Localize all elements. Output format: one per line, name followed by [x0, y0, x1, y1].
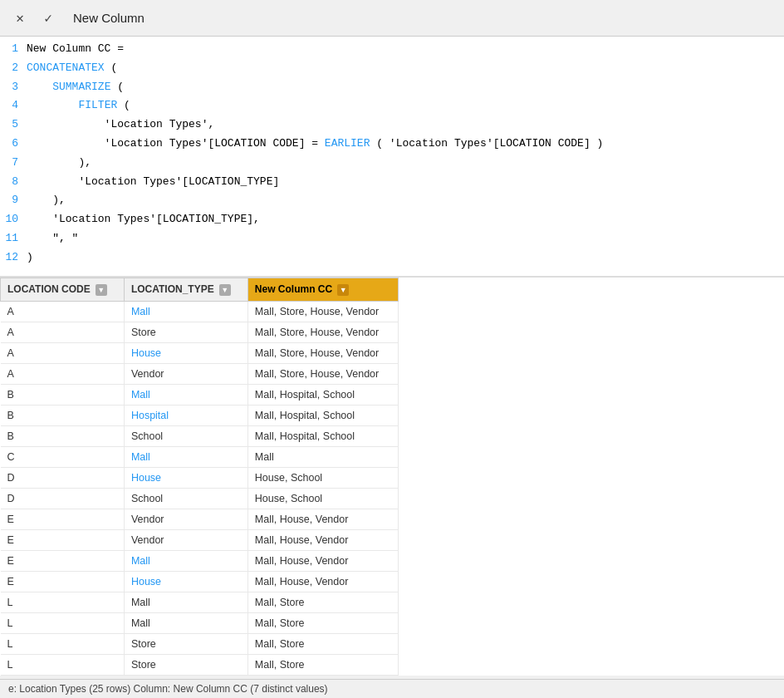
cell-loc-code: A [1, 342, 125, 363]
code-line-12: 12) [0, 248, 784, 268]
code-line-8: 8 'Location Types'[LOCATION_TYPE] [0, 173, 784, 192]
data-table: LOCATION CODE▼LOCATION_TYPE▼New Column C… [0, 278, 399, 676]
cell-loc-code: L [1, 654, 125, 675]
line-number: 11 [0, 230, 27, 248]
cell-new-col: House, School [247, 488, 398, 509]
col-header-loc_type[interactable]: LOCATION_TYPE▼ [124, 278, 247, 302]
line-content[interactable]: ", " [27, 230, 784, 248]
line-content[interactable]: 'Location Types', [27, 116, 784, 134]
line-number: 1 [0, 41, 27, 58]
table-row: LStoreMall, Store [1, 633, 399, 654]
cell-new-col: House, School [247, 467, 398, 488]
cell-loc-code: A [1, 322, 125, 342]
table-row: AVendorMall, Store, House, Vendor [1, 363, 399, 384]
table-row: AHouseMall, Store, House, Vendor [1, 342, 399, 363]
cell-loc-type: Store [124, 322, 247, 342]
cell-new-col: Mall [247, 446, 398, 467]
table-row: EMallMall, House, Vendor [1, 550, 399, 571]
cell-loc-type: Mall [124, 384, 247, 405]
cell-new-col: Mall, Store [247, 612, 398, 633]
line-content[interactable]: CONCATENATEX ( [27, 60, 784, 77]
code-line-6: 6 'Location Types'[LOCATION CODE] = EARL… [0, 135, 784, 154]
cell-loc-type: Vendor [124, 509, 247, 529]
cell-loc-code: D [1, 467, 125, 488]
table-row: EVendorMall, House, Vendor [1, 509, 399, 529]
code-line-3: 3 SUMMARIZE ( [0, 78, 784, 97]
cell-loc-code: L [1, 592, 125, 612]
cell-loc-type: House [124, 571, 247, 592]
line-content[interactable]: New Column CC = [27, 41, 784, 58]
cell-loc-type: Store [124, 633, 247, 654]
formula-bar-title: New Column [73, 11, 145, 25]
table-row: EVendorMall, House, Vendor [1, 529, 399, 550]
code-line-1: 1New Column CC = [0, 40, 784, 59]
line-content[interactable]: 'Location Types'[LOCATION_TYPE], [27, 211, 784, 229]
filter-icon[interactable]: ▼ [337, 284, 349, 296]
code-editor[interactable]: 1New Column CC =2CONCATENATEX (3 SUMMARI… [0, 37, 784, 278]
cell-loc-type: House [124, 342, 247, 363]
line-number: 10 [0, 211, 27, 229]
line-number: 6 [0, 135, 27, 153]
data-table-container: LOCATION CODE▼LOCATION_TYPE▼New Column C… [0, 278, 784, 676]
cell-loc-code: E [1, 571, 125, 592]
line-content[interactable]: ) [27, 249, 784, 267]
cell-loc-type: Mall [124, 592, 247, 612]
cancel-button[interactable]: ✕ [8, 7, 32, 30]
table-row: LMallMall, Store [1, 592, 399, 612]
col-header-new_col[interactable]: New Column CC▼ [247, 278, 398, 302]
col-header-loc_code[interactable]: LOCATION CODE▼ [1, 278, 125, 302]
cell-loc-type: Vendor [124, 529, 247, 550]
filter-icon[interactable]: ▼ [96, 284, 107, 296]
cell-loc-code: E [1, 509, 125, 529]
filter-icon[interactable]: ▼ [219, 284, 231, 296]
line-content[interactable]: FILTER ( [27, 97, 784, 115]
cell-loc-type: Mall [124, 446, 247, 467]
cell-loc-code: A [1, 301, 125, 322]
line-number: 2 [0, 60, 27, 77]
cell-loc-type: Mall [124, 612, 247, 633]
table-row: BSchoolMall, Hospital, School [1, 425, 399, 446]
cell-new-col: Mall, Hospital, School [247, 384, 398, 405]
code-line-10: 10 'Location Types'[LOCATION_TYPE], [0, 210, 784, 229]
cell-new-col: Mall, Store [247, 633, 398, 654]
cell-loc-type: Hospital [124, 405, 247, 425]
code-line-4: 4 FILTER ( [0, 96, 784, 116]
table-row: LStoreMall, Store [1, 654, 399, 675]
cell-new-col: Mall, House, Vendor [247, 509, 398, 529]
line-content[interactable]: ), [27, 192, 784, 209]
table-row: AStoreMall, Store, House, Vendor [1, 322, 399, 342]
cell-new-col: Mall, Store, House, Vendor [247, 342, 398, 363]
line-number: 9 [0, 192, 27, 209]
cell-loc-code: L [1, 633, 125, 654]
code-line-7: 7 ), [0, 154, 784, 173]
cell-loc-code: E [1, 550, 125, 571]
cell-new-col: Mall, Store [247, 592, 398, 612]
cell-loc-code: E [1, 529, 125, 550]
code-line-5: 5 'Location Types', [0, 116, 784, 135]
cell-loc-code: D [1, 488, 125, 509]
code-line-2: 2CONCATENATEX ( [0, 59, 784, 78]
table-row: AMallMall, Store, House, Vendor [1, 301, 399, 322]
status-bar: e: Location Types (25 rows) Column: New … [0, 679, 784, 698]
line-content[interactable]: 'Location Types'[LOCATION CODE] = EARLIE… [27, 135, 784, 153]
table-row: DSchoolHouse, School [1, 488, 399, 509]
line-number: 4 [0, 97, 27, 115]
toolbar: ✕ ✓ New Column [0, 0, 784, 37]
table-row: CMallMall [1, 446, 399, 467]
cell-new-col: Mall, Hospital, School [247, 425, 398, 446]
cell-new-col: Mall, Hospital, School [247, 405, 398, 425]
cell-loc-type: School [124, 425, 247, 446]
line-number: 3 [0, 79, 27, 96]
line-content[interactable]: ), [27, 155, 784, 172]
line-content[interactable]: 'Location Types'[LOCATION_TYPE] [27, 174, 784, 191]
table-row: EHouseMall, House, Vendor [1, 571, 399, 592]
line-content[interactable]: SUMMARIZE ( [27, 79, 784, 96]
cell-loc-type: Mall [124, 301, 247, 322]
line-number: 7 [0, 155, 27, 172]
cell-new-col: Mall, Store, House, Vendor [247, 322, 398, 342]
code-line-11: 11 ", " [0, 229, 784, 248]
confirm-button[interactable]: ✓ [37, 7, 60, 30]
cell-new-col: Mall, Store, House, Vendor [247, 363, 398, 384]
cell-loc-code: B [1, 384, 125, 405]
cell-loc-type: Store [124, 654, 247, 675]
